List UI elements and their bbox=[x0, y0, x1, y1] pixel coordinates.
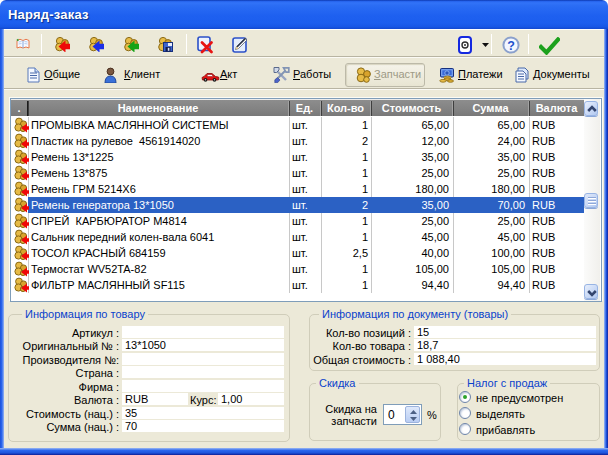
svg-text:?: ? bbox=[507, 39, 515, 53]
